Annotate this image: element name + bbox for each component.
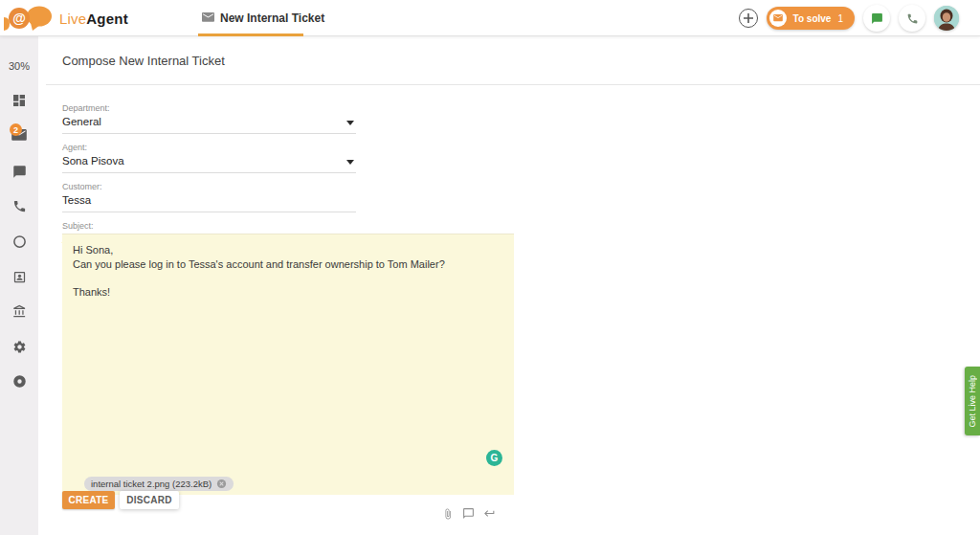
- svg-text:@: @: [12, 11, 26, 26]
- message-body-input[interactable]: Hi Sona, Can you please log in to Tessa'…: [62, 234, 514, 495]
- sidebar-item-help[interactable]: [0, 374, 38, 389]
- editor-toolbar: [441, 507, 496, 520]
- sidebar-item-calls[interactable]: [0, 199, 38, 213]
- create-button[interactable]: CREATE: [62, 491, 115, 509]
- message-line: [73, 271, 503, 285]
- customer-field[interactable]: Customer: Tessa: [62, 182, 356, 212]
- message-line: Hi Sona,: [73, 243, 503, 257]
- bank-icon: [12, 304, 27, 319]
- liveagent-logo-icon: @: [4, 4, 54, 33]
- chat-outline-icon: [462, 507, 475, 520]
- remove-attachment-icon[interactable]: [216, 479, 227, 489]
- agent-value: Sona Pisova: [62, 155, 356, 167]
- active-tab-indicator: [198, 33, 303, 36]
- discard-button[interactable]: DISCARD: [120, 491, 179, 509]
- ticket-count-badge: 2: [10, 123, 22, 136]
- attachment-chip[interactable]: internal ticket 2.png (223.2kB): [84, 477, 234, 491]
- customer-label: Customer:: [62, 182, 356, 191]
- tab-new-internal-ticket[interactable]: New Internal Ticket: [198, 0, 328, 35]
- app-header: @ LiveAgent New Internal Ticket To solve…: [0, 0, 980, 36]
- agent-select[interactable]: Agent: Sona Pisova: [62, 143, 356, 173]
- phone-icon: [906, 12, 919, 25]
- chat-bubble-icon: [12, 165, 27, 179]
- envelope-icon: [202, 12, 214, 23]
- attach-file-button[interactable]: [441, 507, 454, 520]
- chat-icon: [871, 12, 883, 25]
- sidebar-item-time[interactable]: [0, 234, 38, 249]
- gear-icon: [12, 340, 27, 354]
- get-live-help-label: Get Live Help: [968, 375, 977, 428]
- availability-percentage: 30%: [0, 60, 38, 72]
- department-select[interactable]: Department: General: [62, 103, 356, 134]
- chevron-down-icon: [346, 121, 354, 125]
- attachment-name: internal ticket 2.png (223.2kB): [91, 479, 212, 489]
- insert-button[interactable]: [483, 507, 496, 520]
- add-new-button[interactable]: [739, 9, 758, 28]
- department-value: General: [62, 116, 356, 128]
- calls-button[interactable]: [899, 5, 925, 32]
- compose-panel: Compose New Internal Ticket Department: …: [38, 36, 980, 535]
- chats-button[interactable]: [863, 5, 890, 32]
- grammarly-icon[interactable]: G: [486, 450, 502, 466]
- customer-value: Tessa: [62, 194, 356, 207]
- to-solve-count: 1: [837, 13, 843, 24]
- tab-label: New Internal Ticket: [220, 11, 324, 25]
- contact-card-icon: [12, 270, 27, 284]
- target-icon: [12, 374, 27, 389]
- message-line: Can you please log in to Tessa's account…: [73, 257, 503, 272]
- sidebar-item-billing[interactable]: [0, 304, 38, 319]
- chevron-down-icon: [346, 160, 354, 165]
- get-live-help-button[interactable]: Get Live Help: [965, 367, 980, 435]
- sidebar-item-tickets[interactable]: 2: [0, 129, 38, 142]
- clock-icon: [12, 234, 27, 249]
- sidebar-item-chats[interactable]: [0, 165, 38, 179]
- sidebar-item-dashboard[interactable]: [0, 93, 38, 108]
- user-avatar[interactable]: [934, 6, 959, 31]
- to-solve-envelope-icon: [769, 10, 787, 27]
- agent-label: Agent:: [62, 143, 356, 152]
- subject-label: Subject:: [62, 221, 356, 231]
- paperclip-icon: [442, 508, 454, 520]
- phone-icon: [12, 199, 27, 213]
- to-solve-button[interactable]: To solve 1: [767, 7, 855, 30]
- canned-message-button[interactable]: [462, 507, 475, 520]
- logo-text: LiveAgent: [59, 11, 128, 27]
- sidebar-item-contacts[interactable]: [0, 270, 38, 284]
- divider: [46, 84, 980, 85]
- dashboard-icon: [11, 93, 27, 108]
- sidebar-item-settings[interactable]: [0, 340, 38, 354]
- sidebar: 30% 2: [0, 36, 38, 535]
- page-title: Compose New Internal Ticket: [62, 54, 225, 68]
- form-actions: CREATE DISCARD: [62, 491, 179, 509]
- header-actions: To solve 1: [739, 0, 959, 36]
- department-label: Department:: [62, 103, 356, 113]
- liveagent-logo[interactable]: @ LiveAgent: [4, 4, 128, 33]
- to-solve-label: To solve: [793, 13, 832, 24]
- message-line: Thanks!: [73, 285, 503, 300]
- return-arrow-icon: [483, 507, 496, 520]
- plus-icon: [744, 13, 753, 23]
